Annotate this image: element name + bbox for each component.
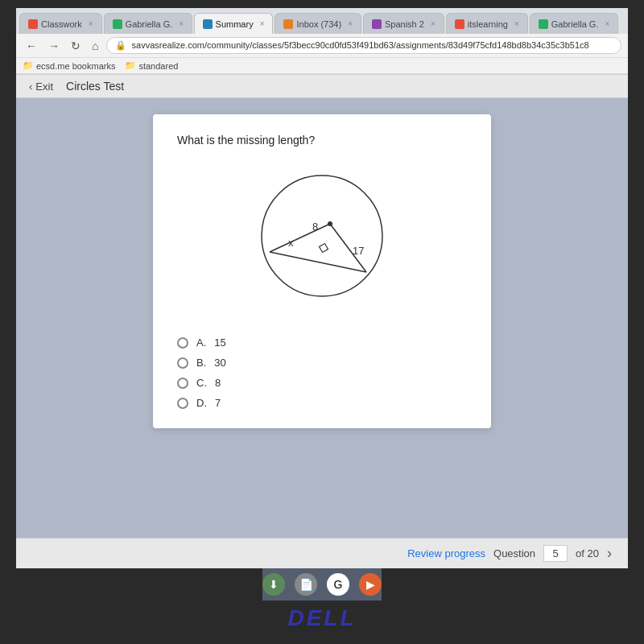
- tab-classwork[interactable]: Classwork ×: [19, 13, 102, 34]
- choice-c[interactable]: C. 8: [177, 377, 467, 389]
- tab-label-inbox: Inbox (734): [296, 19, 341, 29]
- tab-gabriella2[interactable]: Gabriella G. ×: [530, 13, 618, 34]
- tab-favicon-itslearning: [455, 19, 464, 29]
- tab-favicon-summary: [203, 19, 213, 29]
- url-text: savvasrealize.com/community/classes/5f3b…: [132, 40, 589, 50]
- tab-label-classwork: Classwork: [41, 19, 82, 29]
- tab-bar: Classwork × Gabriella G. × Summary × Inb…: [16, 8, 628, 34]
- choices: A. 15 B. 30 C. 8: [177, 336, 467, 409]
- file-icon: 📄: [299, 578, 313, 591]
- svg-text:8: 8: [312, 221, 318, 233]
- bookmark-icon-ecsd: 📁: [23, 60, 34, 71]
- choice-c-letter: C.: [196, 377, 207, 389]
- tab-favicon-gabriella2: [539, 19, 548, 29]
- question-number: 5: [552, 547, 558, 559]
- tab-spanish[interactable]: Spanish 2 ×: [363, 13, 444, 34]
- bookmark-ecsd[interactable]: 📁 ecsd.me bookmarks: [23, 60, 115, 71]
- review-progress-label[interactable]: Review progress: [407, 547, 485, 559]
- svg-line-4: [270, 252, 366, 272]
- svg-text:x: x: [288, 237, 294, 249]
- next-button[interactable]: ›: [607, 545, 612, 562]
- radio-a[interactable]: [177, 337, 188, 349]
- svg-point-0: [262, 175, 382, 296]
- tab-inbox[interactable]: Inbox (734) ×: [275, 13, 361, 34]
- question-area: What is the missing length?: [16, 98, 628, 538]
- back-button[interactable]: ←: [23, 38, 40, 54]
- circle-diagram: x 8 17: [242, 159, 402, 320]
- lock-icon: 🔒: [115, 40, 126, 50]
- bookmark-standared[interactable]: 📁 standared: [125, 60, 178, 71]
- tab-label-summary: Summary: [216, 19, 254, 29]
- tab-label-itslearning: itslearning: [468, 19, 508, 29]
- tab-favicon-classwork: [28, 19, 38, 29]
- radio-c[interactable]: [177, 378, 188, 389]
- choice-d-value: 7: [215, 397, 221, 409]
- svg-rect-5: [320, 244, 328, 253]
- exit-button[interactable]: ‹ Exit: [29, 80, 53, 93]
- choice-a-value: 15: [214, 336, 225, 349]
- question-text: What is the missing length?: [177, 134, 467, 147]
- svg-text:17: 17: [353, 245, 364, 257]
- url-box[interactable]: 🔒 savvasrealize.com/community/classes/5f…: [106, 37, 621, 54]
- question-number-box[interactable]: 5: [543, 545, 568, 562]
- radio-b[interactable]: [177, 357, 188, 369]
- choice-d[interactable]: D. 7: [177, 397, 467, 409]
- choice-b-letter: B.: [196, 357, 206, 369]
- tab-close-gabriella1[interactable]: ×: [179, 19, 184, 28]
- tab-itslearning[interactable]: itslearning ×: [446, 13, 528, 34]
- play-icon: ▶: [366, 578, 375, 591]
- tab-close-classwork[interactable]: ×: [89, 19, 93, 28]
- tab-favicon-spanish: [372, 19, 382, 29]
- tab-close-summary[interactable]: ×: [260, 19, 265, 28]
- page-title: Circles Test: [66, 80, 124, 93]
- download-icon: ⬇: [269, 578, 279, 591]
- choice-c-value: 8: [215, 377, 221, 389]
- taskbar: ⬇ 📄 G ▶: [262, 568, 382, 601]
- question-label: Question: [493, 547, 535, 559]
- browser-chrome: Classwork × Gabriella G. × Summary × Inb…: [16, 8, 628, 75]
- bookmark-label-ecsd: ecsd.me bookmarks: [36, 61, 115, 71]
- tab-close-itslearning[interactable]: ×: [514, 19, 519, 28]
- page-content: ‹ Exit Circles Test What is the missing …: [16, 75, 628, 568]
- bookmarks-bar: 📁 ecsd.me bookmarks 📁 standared: [16, 58, 628, 74]
- of-label: of 20: [576, 547, 599, 559]
- taskbar-play-icon[interactable]: ▶: [359, 573, 382, 596]
- tab-label-spanish: Spanish 2: [385, 19, 424, 29]
- address-bar: ← → ↻ ⌂ 🔒 savvasrealize.com/community/cl…: [16, 34, 628, 58]
- forward-button[interactable]: →: [45, 38, 63, 54]
- exit-chevron-icon: ‹: [29, 80, 32, 93]
- tab-favicon-inbox: [283, 19, 293, 29]
- tab-close-inbox[interactable]: ×: [348, 19, 353, 28]
- radio-d[interactable]: [177, 398, 188, 409]
- tab-gabriella1[interactable]: Gabriella G. ×: [104, 13, 192, 34]
- bottom-bar: Review progress Question 5 of 20 ›: [16, 538, 628, 568]
- tab-label-gabriella2: Gabriella G.: [551, 19, 599, 29]
- exit-label: Exit: [35, 80, 53, 93]
- taskbar-file-icon[interactable]: 📄: [295, 573, 317, 596]
- question-card: What is the missing length?: [153, 114, 491, 428]
- tab-close-gabriella2[interactable]: ×: [605, 19, 609, 28]
- bookmark-label-standared: standared: [138, 61, 178, 71]
- choice-b[interactable]: B. 30: [177, 357, 467, 369]
- screen: Classwork × Gabriella G. × Summary × Inb…: [16, 8, 628, 568]
- choice-d-letter: D.: [196, 397, 207, 409]
- taskbar-download-icon[interactable]: ⬇: [262, 573, 285, 596]
- svg-line-2: [270, 224, 330, 252]
- tab-label-gabriella1: Gabriella G.: [126, 19, 173, 29]
- exit-bar: ‹ Exit Circles Test: [16, 75, 628, 98]
- dell-brand: DELL: [287, 601, 356, 636]
- tab-favicon-gabriella1: [113, 19, 122, 29]
- choice-a-letter: A.: [196, 336, 206, 349]
- monitor: Classwork × Gabriella G. × Summary × Inb…: [0, 0, 644, 644]
- google-icon: G: [334, 578, 343, 591]
- tab-summary[interactable]: Summary ×: [194, 13, 274, 34]
- bookmark-icon-standared: 📁: [125, 60, 136, 71]
- tab-close-spanish[interactable]: ×: [431, 19, 436, 28]
- choice-a[interactable]: A. 15: [177, 336, 467, 349]
- diagram-container: x 8 17: [177, 159, 467, 320]
- reload-button[interactable]: ↻: [68, 38, 84, 54]
- choice-b-value: 30: [214, 357, 225, 369]
- taskbar-google-icon[interactable]: G: [327, 573, 349, 596]
- home-button[interactable]: ⌂: [89, 38, 101, 54]
